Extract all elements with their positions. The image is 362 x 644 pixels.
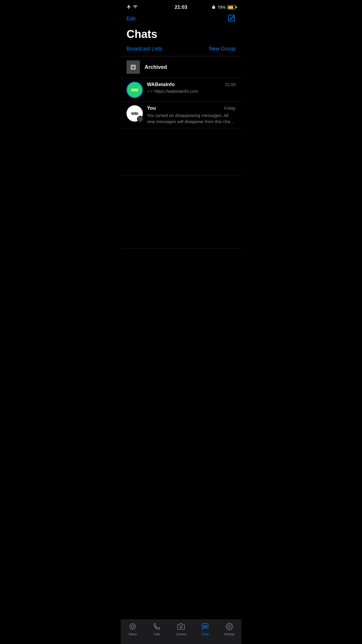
new-group-button[interactable]: New Group: [209, 46, 236, 52]
archive-icon: [126, 60, 140, 74]
chat-time-you: Friday: [224, 106, 236, 111]
empty-space-2: [121, 175, 241, 248]
avatar-you: WBI: [126, 105, 143, 122]
chat-name-wabetainfo: WABetaInfo: [147, 82, 175, 88]
avatar-wabetainfo: WBI: [126, 82, 143, 98]
edit-button[interactable]: Edit: [126, 16, 136, 22]
actions-bar: Broadcast Lists New Group: [121, 46, 241, 56]
archived-label: Archived: [145, 64, 167, 70]
status-time: 21:03: [175, 4, 187, 10]
chat-header-you: You Friday: [147, 105, 236, 111]
chat-item-wabetainfo[interactable]: WBI WABetaInfo 21:03 ✓✓ https://wabetain…: [121, 78, 241, 102]
wifi-icon: [133, 4, 138, 10]
disappearing-badge: [137, 116, 143, 122]
battery-percent: 79%: [217, 5, 226, 10]
broadcast-lists-button[interactable]: Broadcast Lists: [126, 46, 162, 52]
chat-item-you[interactable]: WBI You Friday You turned on disappearin…: [121, 102, 241, 128]
empty-space-1: [121, 128, 241, 175]
chat-header-wabetainfo: WABetaInfo 21:03: [147, 82, 236, 88]
double-check-icon: ✓✓: [147, 89, 153, 93]
page-title: Chats: [121, 26, 241, 46]
chat-preview-wabetainfo: ✓✓ https://wabetainfo.com: [147, 89, 236, 94]
chat-list: Archived WBI WABetaInfo 21:03 ✓✓ https:/…: [121, 56, 241, 128]
status-left-icons: [126, 4, 138, 10]
lock-icon: [212, 5, 216, 10]
chat-time-wabetainfo: 21:03: [225, 82, 236, 87]
airplane-icon: [126, 4, 131, 10]
chat-info-wabetainfo: WABetaInfo 21:03 ✓✓ https://wabetainfo.c…: [147, 82, 236, 94]
nav-bar: Edit: [121, 13, 241, 26]
status-right-icons: 79%: [212, 5, 236, 10]
archived-item[interactable]: Archived: [121, 56, 241, 78]
chat-preview-you: You turned on disappearing messages. All…: [147, 112, 236, 125]
compose-icon[interactable]: [227, 14, 236, 23]
battery-icon: [227, 5, 236, 9]
chat-info-you: You Friday You turned on disappearing me…: [147, 105, 236, 125]
chat-name-you: You: [147, 105, 156, 111]
status-bar: 21:03 79%: [121, 0, 241, 13]
